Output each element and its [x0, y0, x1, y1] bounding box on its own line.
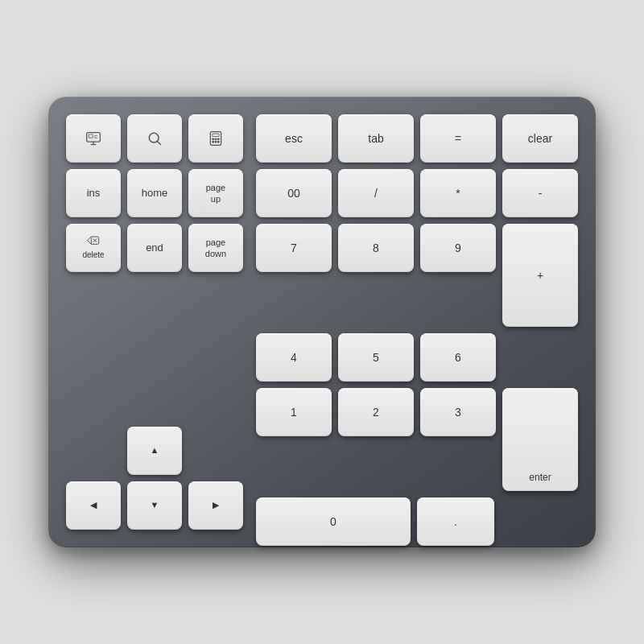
five-key[interactable]: 5 [338, 333, 414, 382]
esc-key[interactable]: esc [256, 114, 332, 163]
double-zero-key[interactable]: 00 [256, 169, 332, 217]
svg-line-19 [88, 237, 92, 241]
zero-key[interactable]: 0 [256, 497, 411, 546]
svg-line-20 [88, 241, 92, 245]
arrow-right-key[interactable]: ▶ [188, 481, 243, 530]
right-row-4: 4 5 6 [256, 333, 578, 382]
equals-key[interactable]: = [420, 114, 496, 163]
arrow-row: ◀ ▼ ▶ [66, 481, 243, 530]
arrow-left-key[interactable]: ◀ [66, 481, 121, 530]
svg-point-12 [218, 138, 220, 140]
page-up-key[interactable]: pageup [188, 169, 243, 217]
end-key[interactable]: end [127, 224, 182, 272]
arrow-up-row: ▲ [66, 427, 243, 475]
nine-key[interactable]: 9 [420, 224, 496, 272]
right-row-1: esc tab = clear [256, 114, 578, 163]
multiply-key[interactable]: * [420, 169, 496, 217]
page-down-key[interactable]: pagedown [188, 224, 243, 272]
left-row-3: delete end pagedown [66, 224, 243, 272]
right-row-5: 1 2 3 enter [256, 388, 578, 491]
seven-key[interactable]: 7 [256, 224, 332, 272]
divide-key[interactable]: / [338, 169, 414, 217]
svg-point-11 [215, 138, 217, 140]
plus-key[interactable]: + [502, 224, 578, 327]
svg-rect-3 [89, 134, 93, 138]
arrow-up-key[interactable]: ▲ [127, 427, 182, 475]
two-key[interactable]: 2 [338, 388, 414, 436]
keyboard-wrapper: ins home pageup [48, 97, 596, 547]
tab-key[interactable]: tab [338, 114, 414, 163]
keyboard-body: ins home pageup [48, 97, 596, 547]
four-key[interactable]: 4 [256, 333, 332, 382]
six-key[interactable]: 6 [420, 333, 496, 382]
search-key[interactable] [127, 114, 182, 163]
delete-key[interactable]: delete [66, 224, 121, 272]
three-key[interactable]: 3 [420, 388, 496, 436]
right-row-3: 7 8 9 + [256, 224, 578, 327]
period-key[interactable]: . [417, 497, 494, 546]
svg-point-15 [218, 141, 220, 142]
right-row-6: 0 . [256, 497, 578, 546]
left-spacer [66, 279, 243, 420]
clear-key[interactable]: clear [502, 114, 578, 163]
svg-line-7 [158, 142, 161, 145]
ins-key[interactable]: ins [66, 169, 121, 217]
left-row-2: ins home pageup [66, 169, 243, 217]
calculator-key[interactable] [188, 114, 243, 163]
arrow-down-key[interactable]: ▼ [127, 481, 182, 530]
svg-rect-9 [213, 134, 219, 136]
left-section: ins home pageup [66, 114, 243, 530]
left-row-1 [66, 114, 243, 163]
svg-point-13 [213, 141, 214, 142]
minus-key[interactable]: - [502, 169, 578, 217]
right-section: esc tab = clear 00 / [256, 114, 578, 530]
screen-key[interactable] [66, 114, 121, 163]
right-row-2: 00 / * - [256, 169, 578, 217]
one-key[interactable]: 1 [256, 388, 332, 436]
enter-key[interactable]: enter [502, 388, 578, 491]
home-key[interactable]: home [127, 169, 182, 217]
svg-point-10 [213, 138, 214, 140]
eight-key[interactable]: 8 [338, 224, 414, 272]
svg-point-14 [215, 141, 217, 142]
